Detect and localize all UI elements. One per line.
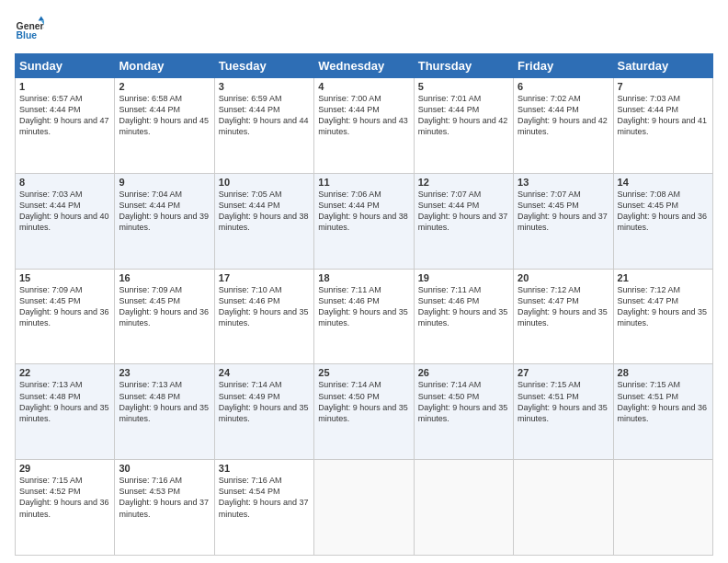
day-number: 9 [119,177,210,188]
day-number: 12 [418,177,509,188]
day-number: 2 [119,81,210,92]
calendar-cell: 21Sunrise: 7:12 AMSunset: 4:47 PMDayligh… [613,269,712,364]
day-number: 28 [618,367,709,378]
calendar-cell: 10Sunrise: 7:05 AMSunset: 4:44 PMDayligh… [214,173,313,269]
weekday-header-friday: Friday [514,54,613,78]
day-number: 7 [618,81,709,92]
calendar-body: 1Sunrise: 6:57 AMSunset: 4:44 PMDaylight… [16,78,713,556]
calendar-cell: 15Sunrise: 7:09 AMSunset: 4:45 PMDayligh… [16,269,115,364]
day-info: Sunrise: 7:15 AMSunset: 4:51 PMDaylight:… [618,380,708,422]
calendar-cell: 26Sunrise: 7:14 AMSunset: 4:50 PMDayligh… [414,364,513,460]
calendar-cell: 6Sunrise: 7:02 AMSunset: 4:44 PMDaylight… [514,78,613,174]
day-number: 5 [418,81,509,92]
calendar-cell: 28Sunrise: 7:15 AMSunset: 4:51 PMDayligh… [613,364,712,460]
day-info: Sunrise: 7:07 AMSunset: 4:44 PMDaylight:… [418,190,508,232]
day-info: Sunrise: 6:59 AMSunset: 4:44 PMDaylight:… [219,94,309,136]
day-number: 20 [518,272,609,283]
day-info: Sunrise: 7:16 AMSunset: 4:54 PMDaylight:… [219,476,309,518]
svg-text:General: General [17,21,44,31]
day-info: Sunrise: 7:05 AMSunset: 4:44 PMDaylight:… [219,190,309,232]
day-info: Sunrise: 7:11 AMSunset: 4:46 PMDaylight:… [418,285,508,327]
calendar-week-4: 29Sunrise: 7:15 AMSunset: 4:52 PMDayligh… [16,460,713,556]
calendar-cell: 12Sunrise: 7:07 AMSunset: 4:44 PMDayligh… [414,173,513,269]
calendar-cell: 9Sunrise: 7:04 AMSunset: 4:44 PMDaylight… [115,173,214,269]
weekday-header-monday: Monday [115,54,214,78]
day-number: 23 [119,367,210,378]
calendar-cell: 22Sunrise: 7:13 AMSunset: 4:48 PMDayligh… [16,364,115,460]
day-number: 27 [518,367,609,378]
day-number: 19 [418,272,509,283]
day-info: Sunrise: 7:14 AMSunset: 4:50 PMDaylight:… [318,380,408,422]
calendar-cell: 1Sunrise: 6:57 AMSunset: 4:44 PMDaylight… [16,78,115,174]
day-number: 24 [219,367,310,378]
day-info: Sunrise: 7:07 AMSunset: 4:45 PMDaylight:… [518,190,608,232]
day-info: Sunrise: 7:08 AMSunset: 4:45 PMDaylight:… [618,190,708,232]
calendar-cell: 5Sunrise: 7:01 AMSunset: 4:44 PMDaylight… [414,78,513,174]
calendar-cell: 17Sunrise: 7:10 AMSunset: 4:46 PMDayligh… [214,269,313,364]
calendar-cell: 13Sunrise: 7:07 AMSunset: 4:45 PMDayligh… [514,173,613,269]
calendar-cell: 18Sunrise: 7:11 AMSunset: 4:46 PMDayligh… [314,269,414,364]
day-number: 6 [518,81,609,92]
calendar-week-1: 8Sunrise: 7:03 AMSunset: 4:44 PMDaylight… [16,173,713,269]
day-info: Sunrise: 7:12 AMSunset: 4:47 PMDaylight:… [518,285,608,327]
day-info: Sunrise: 7:13 AMSunset: 4:48 PMDaylight:… [119,380,209,422]
calendar-cell: 19Sunrise: 7:11 AMSunset: 4:46 PMDayligh… [414,269,513,364]
day-info: Sunrise: 7:11 AMSunset: 4:46 PMDaylight:… [318,285,408,327]
page: General Blue SundayMondayTuesdayWednesda… [0,0,728,563]
svg-marker-2 [39,17,44,21]
day-info: Sunrise: 7:14 AMSunset: 4:49 PMDaylight:… [219,380,309,422]
day-number: 29 [19,463,110,474]
day-number: 26 [418,367,509,378]
calendar-cell: 27Sunrise: 7:15 AMSunset: 4:51 PMDayligh… [514,364,613,460]
calendar-cell: 8Sunrise: 7:03 AMSunset: 4:44 PMDaylight… [16,173,115,269]
calendar-cell: 16Sunrise: 7:09 AMSunset: 4:45 PMDayligh… [115,269,214,364]
calendar-cell: 20Sunrise: 7:12 AMSunset: 4:47 PMDayligh… [514,269,613,364]
header: General Blue [15,15,713,44]
calendar-cell: 29Sunrise: 7:15 AMSunset: 4:52 PMDayligh… [16,460,115,556]
day-number: 1 [19,81,110,92]
calendar-cell [514,460,613,556]
weekday-header-thursday: Thursday [414,54,513,78]
day-info: Sunrise: 7:00 AMSunset: 4:44 PMDaylight:… [318,94,408,136]
day-number: 16 [119,272,210,283]
day-info: Sunrise: 7:14 AMSunset: 4:50 PMDaylight:… [418,380,508,422]
calendar-cell: 31Sunrise: 7:16 AMSunset: 4:54 PMDayligh… [214,460,313,556]
day-number: 11 [318,177,409,188]
day-info: Sunrise: 7:01 AMSunset: 4:44 PMDaylight:… [418,94,508,136]
day-number: 17 [219,272,310,283]
calendar-cell: 14Sunrise: 7:08 AMSunset: 4:45 PMDayligh… [613,173,712,269]
logo: General Blue [15,15,39,44]
day-number: 13 [518,177,609,188]
day-info: Sunrise: 6:57 AMSunset: 4:44 PMDaylight:… [19,94,109,136]
day-number: 4 [318,81,409,92]
day-number: 15 [19,272,110,283]
day-info: Sunrise: 7:04 AMSunset: 4:44 PMDaylight:… [119,190,209,232]
day-number: 30 [119,463,210,474]
weekday-header-saturday: Saturday [613,54,712,78]
day-info: Sunrise: 7:02 AMSunset: 4:44 PMDaylight:… [518,94,608,136]
calendar-cell [314,460,414,556]
calendar-cell [613,460,712,556]
calendar-cell: 30Sunrise: 7:16 AMSunset: 4:53 PMDayligh… [115,460,214,556]
day-info: Sunrise: 7:09 AMSunset: 4:45 PMDaylight:… [19,285,109,327]
day-info: Sunrise: 7:10 AMSunset: 4:46 PMDaylight:… [219,285,309,327]
day-info: Sunrise: 7:15 AMSunset: 4:51 PMDaylight:… [518,380,608,422]
day-number: 14 [618,177,709,188]
day-number: 31 [219,463,310,474]
weekday-header-sunday: Sunday [16,54,115,78]
svg-text:Blue: Blue [17,30,38,40]
calendar-cell: 2Sunrise: 6:58 AMSunset: 4:44 PMDaylight… [115,78,214,174]
calendar-week-3: 22Sunrise: 7:13 AMSunset: 4:48 PMDayligh… [16,364,713,460]
day-info: Sunrise: 7:15 AMSunset: 4:52 PMDaylight:… [19,476,109,518]
day-number: 22 [19,367,110,378]
day-number: 25 [318,367,409,378]
day-number: 10 [219,177,310,188]
day-number: 21 [618,272,709,283]
day-info: Sunrise: 7:03 AMSunset: 4:44 PMDaylight:… [19,190,109,232]
calendar-cell [414,460,513,556]
day-number: 18 [318,272,409,283]
calendar-cell: 11Sunrise: 7:06 AMSunset: 4:44 PMDayligh… [314,173,414,269]
calendar-week-2: 15Sunrise: 7:09 AMSunset: 4:45 PMDayligh… [16,269,713,364]
calendar-cell: 23Sunrise: 7:13 AMSunset: 4:48 PMDayligh… [115,364,214,460]
calendar-cell: 4Sunrise: 7:00 AMSunset: 4:44 PMDaylight… [314,78,414,174]
